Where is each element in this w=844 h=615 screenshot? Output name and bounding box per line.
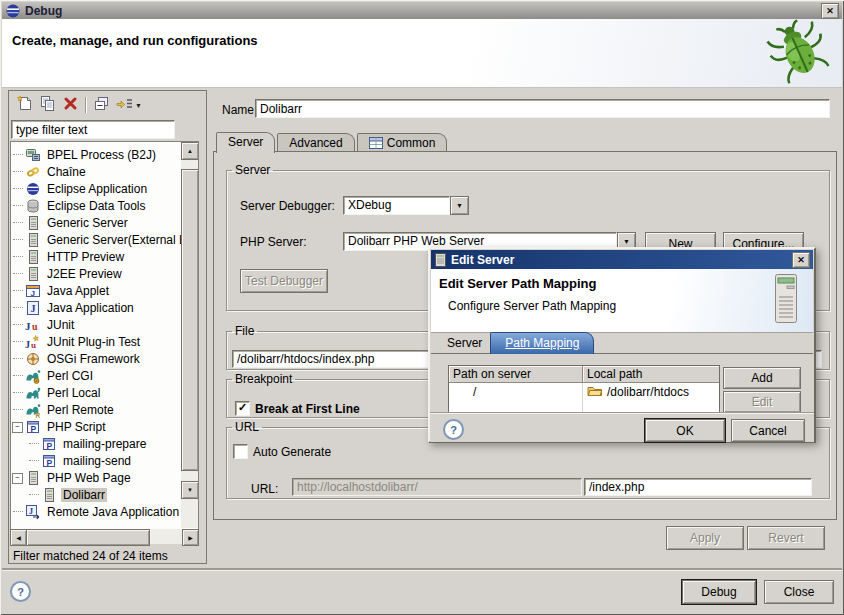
add-mapping-button[interactable]: Add (723, 367, 801, 389)
tree-item[interactable]: Eclipse Data Tools (11, 197, 198, 214)
filter-icon (116, 97, 133, 113)
tree-item[interactable]: JuJUnit (11, 316, 198, 333)
php-file-icon: P (41, 436, 57, 452)
chevron-down-icon[interactable]: ▼ (135, 102, 142, 109)
dialog-tab-path-mapping[interactable]: Path Mapping (490, 332, 594, 354)
tree-item[interactable]: OSGi Framework (11, 350, 198, 367)
tree-item[interactable]: Pmailing-send (11, 452, 198, 469)
scroll-down-icon[interactable]: ▼ (181, 481, 199, 499)
tree-item[interactable]: Dolibarr (11, 486, 198, 503)
perl-icon (25, 385, 41, 401)
tab-common[interactable]: Common (357, 133, 448, 152)
tree-item[interactable]: JJava Applet (11, 282, 198, 299)
tree-item[interactable]: Eclipse Application (11, 180, 198, 197)
break-first-line-checkbox[interactable]: ✓ (235, 401, 250, 416)
scroll-right-icon[interactable]: ▶ (182, 529, 199, 546)
tree-item[interactable]: Perl Local (11, 384, 198, 401)
delete-configuration-button[interactable] (60, 96, 80, 115)
tree-connector (13, 358, 23, 359)
tree-horizontal-scrollbar[interactable]: ◀ ▶ (10, 529, 197, 545)
tree-item[interactable]: Chaîne (11, 163, 198, 180)
tree-item[interactable]: HTTP Preview (11, 248, 198, 265)
test-debugger-button[interactable]: Test Debugger (240, 269, 328, 293)
tree-item[interactable]: JRemote Java Application (11, 503, 198, 520)
edit-server-dialog: Edit Server ✕ Edit Server Path Mapping C… (428, 247, 816, 443)
tree-item[interactable]: −PHP Web Page (11, 469, 198, 486)
column-path-on-server[interactable]: Path on server (449, 366, 583, 383)
php-page-icon (25, 470, 41, 486)
auto-generate-checkbox[interactable] (233, 444, 248, 459)
svg-text:u: u (32, 320, 38, 331)
mapping-row[interactable]: //dolibarr/htdocs (449, 383, 719, 400)
window-close-button[interactable]: ✕ (821, 3, 839, 19)
url-path-input[interactable] (584, 478, 812, 496)
server-debugger-select[interactable]: XDebug ▼ (343, 196, 469, 215)
applet-icon: J (25, 283, 41, 299)
edit-mapping-button[interactable]: Edit (723, 391, 801, 413)
dialog-close-button[interactable]: ✕ (792, 252, 810, 268)
php-server-label: PHP Server: (240, 235, 306, 249)
svg-text:P: P (31, 423, 37, 433)
tree-connector (13, 239, 23, 240)
tree-item[interactable]: JJava Application (11, 299, 198, 316)
tree-item[interactable]: Perl CGI (11, 367, 198, 384)
tab-advanced[interactable]: Advanced (277, 133, 354, 152)
revert-button[interactable]: Revert (747, 526, 825, 550)
apply-button[interactable]: Apply (666, 526, 744, 550)
eclipse-logo-icon (5, 3, 21, 19)
chevron-down-icon[interactable]: ▼ (450, 196, 469, 215)
tree-item[interactable]: RPerl Remote (11, 401, 198, 418)
php-file-icon: P (41, 453, 57, 469)
debug-button[interactable]: Debug (682, 580, 756, 604)
tree-vertical-scrollbar[interactable]: ▲ ▼ (181, 142, 198, 528)
database-icon (25, 198, 41, 214)
new-icon (16, 95, 33, 115)
tree-item[interactable]: J2EE Preview (11, 265, 198, 282)
vertical-scroll-thumb[interactable] (181, 169, 199, 471)
perl-remote-icon: R (25, 402, 41, 418)
filter-input[interactable] (11, 120, 175, 139)
column-local-path[interactable]: Local path (583, 366, 719, 383)
tree-item[interactable]: Generic Server(External La (11, 231, 198, 248)
tree-item[interactable]: Pmailing-prepare (11, 435, 198, 452)
tree-item-label: Eclipse Application (45, 182, 149, 196)
url-base-input[interactable] (292, 478, 582, 496)
bottom-separator (2, 568, 842, 570)
tree-item[interactable]: Generic Server (11, 214, 198, 231)
duplicate-configuration-button[interactable] (37, 96, 57, 115)
horizontal-scroll-thumb[interactable] (26, 529, 150, 546)
tree-item-label: Perl Local (45, 386, 102, 400)
tree-item-label: Java Applet (45, 284, 111, 298)
dialog-tabstrip: Server Path Mapping (439, 333, 594, 354)
collapse-expander-icon[interactable]: − (12, 473, 23, 484)
server-icon (25, 215, 41, 231)
collapse-expander-icon[interactable]: − (12, 422, 23, 433)
tree-item[interactable]: JuJUnit Plug-in Test (11, 333, 198, 350)
collapse-all-button[interactable] (91, 96, 111, 115)
scroll-left-icon[interactable]: ◀ (10, 529, 27, 546)
ok-button[interactable]: OK (645, 419, 725, 442)
tab-server[interactable]: Server (216, 132, 275, 153)
osgi-icon (25, 351, 41, 367)
tree-item-label: BPEL Process (B2J) (45, 148, 158, 162)
tree-item[interactable]: −PPHP Script (11, 418, 198, 435)
tree-connector (13, 392, 23, 393)
tree-item-label: Java Application (45, 301, 136, 315)
filter-status: Filter matched 24 of 24 items (13, 549, 168, 563)
help-icon[interactable]: ? (10, 581, 31, 602)
dialog-title: Edit Server (451, 253, 514, 267)
close-button[interactable]: Close (764, 580, 834, 604)
tree-item[interactable]: BPEL Process (B2J) (11, 146, 198, 163)
dialog-tab-server[interactable]: Server (439, 333, 490, 354)
remote-java-icon: J (25, 504, 41, 520)
svg-text:J: J (29, 506, 33, 515)
tree-connector (29, 443, 39, 444)
tree-connector (13, 154, 23, 155)
window-title: Debug (25, 4, 62, 18)
scroll-up-icon[interactable]: ▲ (181, 142, 199, 160)
cancel-button[interactable]: Cancel (731, 419, 805, 442)
name-input[interactable] (255, 99, 830, 118)
filter-configurations-button[interactable] (114, 96, 134, 115)
new-configuration-button[interactable] (14, 96, 34, 115)
dialog-help-icon[interactable]: ? (443, 419, 464, 440)
